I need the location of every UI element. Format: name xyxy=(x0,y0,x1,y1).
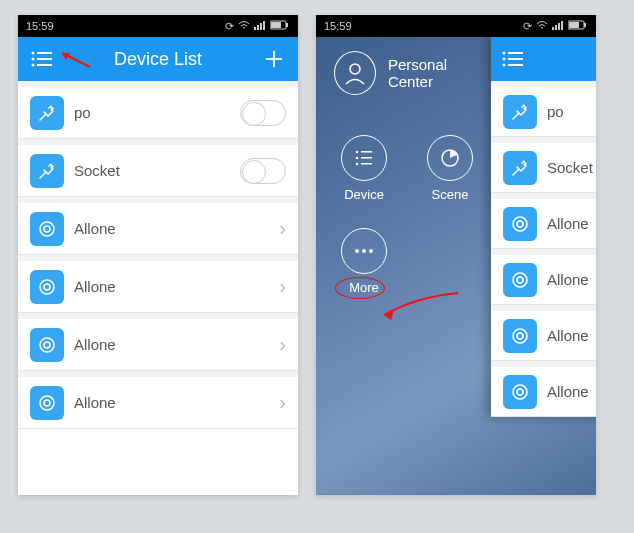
svg-point-46 xyxy=(517,221,523,227)
annotation-ellipse xyxy=(335,277,385,299)
svg-rect-0 xyxy=(254,27,256,30)
svg-rect-12 xyxy=(37,64,52,66)
device-name: Socket xyxy=(547,159,596,176)
device-name: po xyxy=(547,103,596,120)
remote-icon xyxy=(30,212,64,246)
svg-point-18 xyxy=(44,342,50,348)
device-row[interactable]: Allone xyxy=(491,255,596,305)
shifted-panel[interactable]: D po Socket Allone Allone xyxy=(491,37,596,417)
device-list: po Socket Allone Allone Allone xyxy=(491,81,596,417)
device-row[interactable]: Allone › xyxy=(18,377,298,429)
drawer-menu: Device Scene More xyxy=(334,135,494,295)
device-row[interactable]: Socket xyxy=(18,145,298,197)
device-name: Allone xyxy=(74,278,269,295)
device-row[interactable]: Allone › xyxy=(18,261,298,313)
svg-rect-40 xyxy=(508,52,523,54)
drawer-item-label: More xyxy=(349,280,379,295)
plug-icon xyxy=(30,96,64,130)
svg-rect-3 xyxy=(263,21,265,30)
device-row[interactable]: Allone xyxy=(491,311,596,361)
drawer-profile-label: Personal Center xyxy=(388,56,491,90)
device-row[interactable]: Allone xyxy=(491,199,596,249)
menu-icon[interactable] xyxy=(499,45,527,73)
svg-point-15 xyxy=(40,280,54,294)
svg-rect-27 xyxy=(584,23,586,27)
status-time: 15:59 xyxy=(26,20,54,32)
svg-rect-21 xyxy=(552,27,554,30)
battery-icon xyxy=(568,20,588,32)
signal-icon xyxy=(254,20,266,32)
wifi-icon xyxy=(536,20,548,32)
drawer-item-scene[interactable]: Scene xyxy=(420,135,480,202)
device-list: po Socket Allone › Allone › xyxy=(18,81,298,429)
header-title: Device List xyxy=(56,49,260,70)
chevron-right-icon: › xyxy=(279,275,286,298)
menu-icon[interactable] xyxy=(28,45,56,73)
app-header: D xyxy=(491,37,596,81)
drawer-item-label: Scene xyxy=(432,187,469,202)
remote-icon xyxy=(30,386,64,420)
svg-rect-22 xyxy=(555,25,557,30)
svg-point-37 xyxy=(362,249,366,253)
svg-point-52 xyxy=(517,389,523,395)
svg-point-16 xyxy=(44,284,50,290)
device-name: Allone xyxy=(74,336,269,353)
signal-icon xyxy=(552,20,564,32)
plug-icon xyxy=(30,154,64,188)
svg-rect-2 xyxy=(260,23,262,30)
svg-point-14 xyxy=(44,226,50,232)
dots-icon xyxy=(341,228,387,274)
svg-point-28 xyxy=(350,64,360,74)
svg-point-19 xyxy=(40,396,54,410)
drawer-item-label: Device xyxy=(344,187,384,202)
status-bar: 15:59 ⟳ xyxy=(316,15,596,37)
svg-point-20 xyxy=(44,400,50,406)
device-row[interactable]: Allone xyxy=(491,367,596,417)
svg-rect-26 xyxy=(569,22,579,28)
drawer-item-more[interactable]: More xyxy=(334,228,394,295)
svg-rect-8 xyxy=(37,52,52,54)
device-row[interactable]: po xyxy=(18,87,298,139)
svg-point-49 xyxy=(513,329,527,343)
device-toggle[interactable] xyxy=(240,158,286,184)
drawer-profile[interactable]: Personal Center xyxy=(334,51,491,95)
device-name: Allone xyxy=(74,220,269,237)
drawer-item-device[interactable]: Device xyxy=(334,135,394,202)
svg-point-50 xyxy=(517,333,523,339)
svg-rect-44 xyxy=(508,64,523,66)
app-header: Device List xyxy=(18,37,298,81)
chevron-right-icon: › xyxy=(279,333,286,356)
svg-rect-6 xyxy=(286,23,288,27)
svg-point-13 xyxy=(40,222,54,236)
device-name: Allone xyxy=(547,215,596,232)
svg-point-39 xyxy=(503,52,506,55)
device-row[interactable]: po xyxy=(491,87,596,137)
svg-point-48 xyxy=(517,277,523,283)
chevron-right-icon: › xyxy=(279,391,286,414)
status-right: ⟳ xyxy=(225,20,290,33)
device-name: Allone xyxy=(547,383,596,400)
header-title-short: D xyxy=(527,49,596,70)
svg-point-38 xyxy=(369,249,373,253)
phone-right: 15:59 ⟳ Personal Center xyxy=(316,15,596,495)
device-row[interactable]: Socket xyxy=(491,143,596,193)
svg-point-33 xyxy=(356,163,359,166)
svg-point-31 xyxy=(356,157,359,160)
device-toggle[interactable] xyxy=(240,100,286,126)
device-name: Allone xyxy=(547,327,596,344)
add-icon[interactable] xyxy=(260,45,288,73)
svg-rect-5 xyxy=(271,22,281,28)
device-name: Allone xyxy=(74,394,269,411)
svg-rect-23 xyxy=(558,23,560,30)
device-row[interactable]: Allone › xyxy=(18,203,298,255)
svg-point-11 xyxy=(32,64,35,67)
phone-left: 15:59 ⟳ Device List xyxy=(18,15,298,495)
avatar-icon xyxy=(334,51,376,95)
svg-point-36 xyxy=(355,249,359,253)
list-icon xyxy=(341,135,387,181)
svg-point-17 xyxy=(40,338,54,352)
battery-icon xyxy=(270,20,290,32)
plug-icon xyxy=(503,95,537,129)
device-name: Allone xyxy=(547,271,596,288)
device-row[interactable]: Allone › xyxy=(18,319,298,371)
